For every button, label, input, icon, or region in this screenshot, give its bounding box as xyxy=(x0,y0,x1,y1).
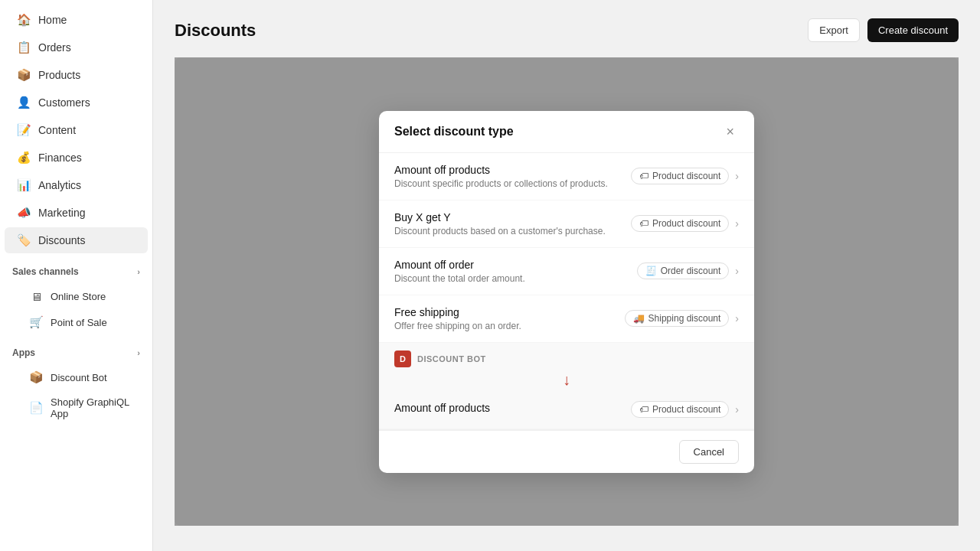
badge-label: Product discount xyxy=(652,171,720,181)
home-icon: 🏠 xyxy=(17,13,31,27)
sidebar-item-point-of-sale[interactable]: 🛒 Point of Sale xyxy=(5,310,148,334)
sidebar-item-home[interactable]: 🏠 Home xyxy=(5,7,148,33)
sidebar-item-content[interactable]: 📝 Content xyxy=(5,117,148,143)
chevron-right-icon-1: › xyxy=(735,170,739,182)
sidebar-item-graphiql[interactable]: 📄 Shopify GraphiQL App xyxy=(5,391,148,425)
sidebar-item-label: Customers xyxy=(38,96,90,109)
export-button[interactable]: Export xyxy=(808,18,860,42)
marketing-icon: 📣 xyxy=(17,206,31,220)
discounts-icon: 🏷️ xyxy=(17,233,31,247)
modal-item-free-shipping[interactable]: Free shipping Offer free shipping on an … xyxy=(379,295,754,343)
tag-icon: 🏷 xyxy=(639,404,648,415)
modal-header: Select discount type × xyxy=(379,111,754,153)
cancel-button[interactable]: Cancel xyxy=(679,440,739,464)
discount-bot-icon: 📦 xyxy=(29,370,43,384)
sidebar-item-label: Products xyxy=(38,69,80,81)
modal-item-discount-bot-amount[interactable]: Amount off products 🏷 Product discount › xyxy=(379,390,754,429)
sidebar-item-label: Analytics xyxy=(38,179,81,191)
sidebar-item-analytics[interactable]: 📊 Analytics xyxy=(5,172,148,198)
finances-icon: 💰 xyxy=(17,151,31,165)
analytics-icon: 📊 xyxy=(17,178,31,192)
tag-icon: 🏷 xyxy=(639,218,648,229)
modal-title: Select discount type xyxy=(394,125,514,139)
modal-item-right: 🏷 Product discount › xyxy=(631,401,739,418)
modal-item-title: Amount off order xyxy=(394,259,637,271)
tag-icon: 🏷 xyxy=(639,171,648,181)
sidebar-item-label: Discount Bot xyxy=(51,372,107,383)
apps-section[interactable]: Apps › xyxy=(0,341,152,364)
create-discount-button[interactable]: Create discount xyxy=(867,18,959,42)
graphiql-icon: 📄 xyxy=(29,401,43,415)
sidebar: 🏠 Home 📋 Orders 📦 Products 👤 Customers 📝… xyxy=(0,0,153,551)
modal-item-title: Amount off products xyxy=(394,402,631,414)
main-content: Discounts Export Create discount % xyxy=(153,0,980,551)
sidebar-item-orders[interactable]: 📋 Orders xyxy=(5,34,148,60)
modal-item-title: Free shipping xyxy=(394,306,625,318)
badge-label: Product discount xyxy=(652,218,720,229)
content-area: % Select discount type × xyxy=(175,57,959,526)
modal-overlay: Select discount type × Amount off produc… xyxy=(175,57,959,526)
chevron-right-icon-2: › xyxy=(735,217,739,230)
main-header: Discounts Export Create discount xyxy=(175,18,959,42)
badge-label: Product discount xyxy=(652,404,720,415)
sales-channels-label: Sales channels xyxy=(12,266,79,277)
discount-bot-header: D DISCOUNT BOT xyxy=(379,343,754,372)
modal-item-desc: Discount specific products or collection… xyxy=(394,178,631,189)
sidebar-item-label: Online Store xyxy=(51,291,106,302)
modal-item-buy-x-get-y[interactable]: Buy X get Y Discount products based on a… xyxy=(379,201,754,248)
chevron-right-icon-3: › xyxy=(735,265,739,277)
sidebar-item-label: Content xyxy=(38,124,76,136)
modal-item-left: Amount off products Discount specific pr… xyxy=(394,164,631,189)
receipt-icon: 🧾 xyxy=(645,266,657,276)
modal-item-right: 🚚 Shipping discount › xyxy=(625,310,739,327)
modal-item-right: 🏷 Product discount › xyxy=(631,168,739,184)
modal-item-left: Amount off products xyxy=(394,402,631,416)
product-discount-badge-2: 🏷 Product discount xyxy=(631,215,729,232)
sidebar-item-label: Marketing xyxy=(38,207,85,219)
sidebar-item-marketing[interactable]: 📣 Marketing xyxy=(5,200,148,226)
modal-item-amount-off-order[interactable]: Amount off order Discount the total orde… xyxy=(379,248,754,295)
apps-label: Apps xyxy=(12,347,35,358)
modal-close-button[interactable]: × xyxy=(721,123,739,140)
page-title: Discounts xyxy=(175,21,256,41)
truck-icon: 🚚 xyxy=(633,313,645,324)
arrow-down-icon: ↓ xyxy=(563,372,570,387)
modal-item-amount-off-products[interactable]: Amount off products Discount specific pr… xyxy=(379,153,754,201)
modal-item-desc: Discount products based on a customer's … xyxy=(394,226,631,236)
sidebar-item-label: Discounts xyxy=(38,234,85,246)
content-icon: 📝 xyxy=(17,123,31,137)
sidebar-item-label: Point of Sale xyxy=(51,317,107,328)
sidebar-item-customers[interactable]: 👤 Customers xyxy=(5,90,148,116)
modal-item-title: Amount off products xyxy=(394,164,631,176)
sidebar-item-online-store[interactable]: 🖥 Online Store xyxy=(5,284,148,308)
sidebar-item-finances[interactable]: 💰 Finances xyxy=(5,145,148,171)
product-discount-badge-bot: 🏷 Product discount xyxy=(631,401,729,418)
sales-channels-section[interactable]: Sales channels › xyxy=(0,260,152,283)
select-discount-modal: Select discount type × Amount off produc… xyxy=(379,111,754,473)
sidebar-item-label: Orders xyxy=(38,41,71,54)
discount-bot-section: D DISCOUNT BOT ↓ Amount off products 🏷 xyxy=(379,343,754,430)
modal-item-right: 🧾 Order discount › xyxy=(637,262,739,279)
sales-channels-arrow-icon: › xyxy=(137,267,140,276)
modal-item-left: Buy X get Y Discount products based on a… xyxy=(394,211,631,236)
point-of-sale-icon: 🛒 xyxy=(29,315,43,329)
modal-item-title: Buy X get Y xyxy=(394,211,631,223)
modal-item-desc: Discount the total order amount. xyxy=(394,273,637,284)
orders-icon: 📋 xyxy=(17,41,31,54)
badge-label: Shipping discount xyxy=(648,313,721,324)
sidebar-item-products[interactable]: 📦 Products xyxy=(5,62,148,88)
sidebar-item-discount-bot[interactable]: 📦 Discount Bot xyxy=(5,365,148,390)
badge-label: Order discount xyxy=(661,266,721,276)
arrow-down-container: ↓ xyxy=(379,372,754,390)
discount-bot-app-icon: D xyxy=(394,350,411,367)
customers-icon: 👤 xyxy=(17,96,31,109)
products-icon: 📦 xyxy=(17,68,31,82)
sidebar-item-discounts[interactable]: 🏷️ Discounts xyxy=(5,227,148,253)
modal-item-left: Amount off order Discount the total orde… xyxy=(394,259,637,284)
online-store-icon: 🖥 xyxy=(29,289,43,303)
shipping-discount-badge: 🚚 Shipping discount xyxy=(625,310,730,327)
order-discount-badge: 🧾 Order discount xyxy=(637,262,730,279)
discount-bot-label: DISCOUNT BOT xyxy=(417,354,486,364)
sidebar-item-label: Home xyxy=(38,14,67,26)
modal-item-desc: Offer free shipping on an order. xyxy=(394,321,625,331)
